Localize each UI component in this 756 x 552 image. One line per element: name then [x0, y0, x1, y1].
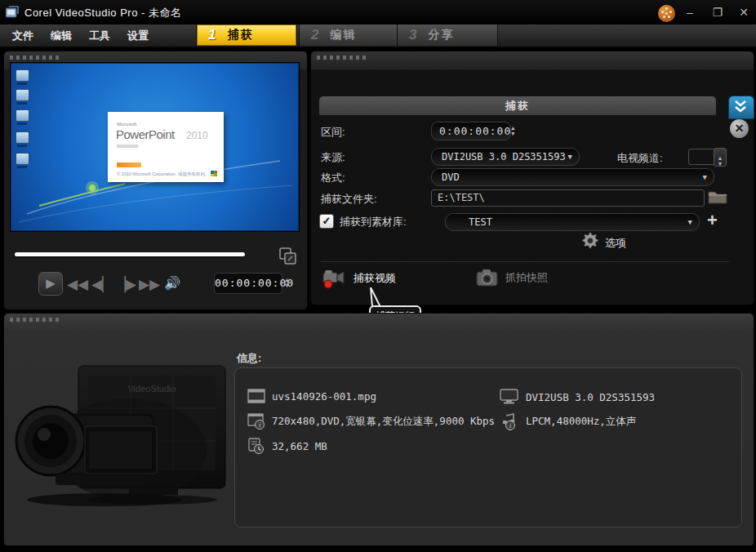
duration-field[interactable]: 0:00:00:00 ▲▼	[431, 122, 511, 140]
capture-device-icon	[500, 389, 519, 405]
splash-progress-bar	[117, 162, 141, 167]
tab-edit-number: 2	[311, 27, 318, 43]
format-value: DVD	[432, 171, 460, 183]
browse-folder-icon[interactable]	[707, 187, 728, 207]
capture-folder-label: 捕获文件夹:	[321, 192, 377, 207]
capture-header: 捕获	[318, 96, 717, 115]
duration-spinner[interactable]: ▲▼	[511, 126, 518, 137]
chevron-double-down-icon[interactable]	[728, 96, 754, 119]
seek-bar[interactable]	[15, 252, 245, 256]
capture-to-library-checkbox[interactable]: ✓	[319, 214, 334, 229]
next-frame-button[interactable]: ▕▶	[115, 276, 136, 293]
tab-capture[interactable]: 1 捕获	[196, 24, 297, 46]
info-item-video-format: i 720x480,DVD,宽银幕,变化位速率,9000 Kbps	[247, 413, 495, 430]
format-label: 格式:	[321, 171, 345, 185]
desktop-icon	[16, 109, 29, 122]
panel-grip-dots	[10, 56, 60, 60]
chevron-down-icon: ▼	[688, 218, 699, 226]
timecode-spinner[interactable]: ▲▼	[284, 273, 290, 292]
splash-product: PowerPoint	[116, 127, 175, 141]
snapshot-label: 抓拍快照	[505, 270, 548, 285]
source-value: DVI2USB 3.0 D2S351593	[432, 151, 566, 162]
capture-folder-value: E:\TEST\	[438, 192, 485, 203]
rewind-button[interactable]: ◀◀	[67, 276, 88, 293]
chevron-down-icon: ▼	[703, 173, 714, 181]
svg-text:i: i	[259, 421, 260, 429]
maximize-button[interactable]: ❐	[707, 5, 728, 20]
minimize-button[interactable]: –	[679, 5, 700, 20]
info-item-device: DVI2USB 3.0 D2S351593	[500, 389, 655, 405]
window-bottom-edge	[0, 545, 756, 552]
enlarge-preview-icon[interactable]	[279, 247, 296, 265]
desktop-icon	[16, 153, 29, 165]
title-bar: Corel VideoStudio Pro - 未命名 – ❐ ✕	[0, 0, 756, 24]
prev-frame-button[interactable]: ◀▏	[91, 276, 113, 293]
info-item-filename: uvs140926-001.mpg	[247, 389, 376, 403]
splash-year: 2010	[186, 130, 208, 141]
tab-share-number: 3	[409, 27, 416, 43]
format-dropdown[interactable]: DVD ▼	[431, 168, 714, 186]
tv-channel-spinner[interactable]: ▲▼	[714, 148, 727, 167]
capture-video-button[interactable]: 捕获视频	[322, 268, 396, 289]
panel-grip-dots	[317, 56, 367, 60]
menu-file[interactable]: 文件	[12, 29, 33, 43]
microsoft-logo	[211, 171, 217, 176]
library-value: TEST	[446, 216, 492, 228]
app-icon	[6, 6, 20, 18]
video-format-info-icon: i	[247, 413, 265, 430]
capture-video-label: 捕获视频	[354, 271, 396, 286]
menu-edit[interactable]: 编辑	[51, 29, 72, 43]
desktop-icon	[16, 69, 29, 82]
duration-value: 0:00:00:00	[432, 125, 511, 137]
desktop-icon	[16, 131, 29, 144]
splash-brand: Microsoft	[117, 122, 136, 127]
play-button[interactable]: ▶	[38, 272, 63, 296]
panel-grip-dots	[10, 318, 60, 322]
add-library-folder-button[interactable]: +	[707, 210, 718, 231]
duration-label: 区间:	[321, 125, 345, 140]
close-panel-icon[interactable]: ✕	[730, 119, 749, 138]
preview-timecode: 00:00:00:00	[214, 273, 282, 294]
svg-text:VideoStudio: VideoStudio	[127, 384, 176, 394]
tab-edit-label: 编辑	[330, 28, 356, 42]
divider	[321, 261, 729, 263]
capture-to-library-label: 捕获到素材库:	[340, 215, 407, 229]
tab-capture-number: 1	[208, 27, 216, 43]
options-button[interactable]: 选项	[605, 236, 626, 251]
info-item-filesize: 32,662 MB	[247, 438, 327, 454]
filmstrip-icon	[247, 389, 265, 403]
splash-subtitle-bar	[117, 145, 138, 148]
tab-share-label: 分享	[428, 28, 454, 42]
file-size-icon	[247, 438, 265, 454]
fast-forward-button[interactable]: ▶▶	[139, 276, 160, 293]
audio-format-info-icon: i	[500, 413, 519, 430]
tab-capture-label: 捕获	[227, 28, 253, 42]
tab-share[interactable]: 3 分享	[397, 24, 498, 46]
library-dropdown[interactable]: TEST ▼	[445, 213, 700, 231]
info-item-audio-format: i LPCM,48000Hz,立体声	[500, 413, 636, 430]
volume-button[interactable]: 🔊	[164, 275, 180, 291]
powerpoint-splash: Microsoft PowerPoint 2010 © 2010 Microso…	[108, 112, 224, 182]
photo-camera-icon	[476, 268, 498, 287]
gear-icon[interactable]	[581, 232, 599, 250]
snapshot-button[interactable]: 抓拍快照	[476, 268, 548, 287]
splash-copyright: © 2010 Microsoft Corporation. 保留所有权利。	[117, 171, 209, 177]
tv-channel-label: 电视频道:	[617, 151, 663, 166]
source-dropdown[interactable]: DVI2USB 3.0 D2S351593 ▼	[431, 148, 580, 166]
svg-text:i: i	[509, 422, 511, 430]
tab-edit[interactable]: 2 编辑	[299, 24, 398, 46]
window-title: Corel VideoStudio Pro - 未命名	[24, 6, 181, 20]
camcorder-graphic: VideoStudio	[7, 327, 235, 542]
camcorder-icon	[322, 268, 346, 289]
video-preview: Microsoft PowerPoint 2010 © 2010 Microso…	[10, 62, 300, 232]
capture-folder-input[interactable]: E:\TEST\	[431, 189, 705, 207]
corel-guide-icon[interactable]	[658, 5, 675, 22]
close-button[interactable]: ✕	[733, 5, 754, 20]
source-label: 来源:	[321, 150, 345, 165]
application-window: Corel VideoStudio Pro - 未命名 – ❐ ✕ 文件 编辑 …	[0, 0, 756, 552]
menu-settings[interactable]: 设置	[127, 29, 149, 43]
desktop-icon	[16, 89, 29, 101]
menu-tools[interactable]: 工具	[89, 29, 110, 43]
chevron-down-icon: ▼	[568, 153, 579, 161]
info-title: 信息:	[237, 351, 261, 366]
